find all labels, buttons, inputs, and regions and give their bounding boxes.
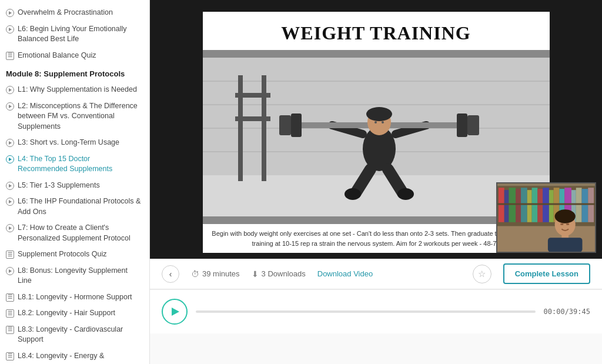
sidebar-item-l6-balance[interactable]: L6: Begin Living Your Emotionally Balanc… <box>0 21 149 48</box>
webcam-image <box>497 182 595 253</box>
play-icon <box>6 155 14 163</box>
svg-rect-20 <box>279 115 291 135</box>
clock-icon: ⏱ <box>191 269 199 279</box>
svg-rect-30 <box>504 190 509 222</box>
video-player[interactable]: WEIGHT TRAINING <box>150 0 602 259</box>
svg-point-25 <box>374 121 377 123</box>
svg-rect-7 <box>238 75 243 181</box>
svg-rect-34 <box>527 190 532 222</box>
sidebar-item-l5-tier[interactable]: L5: Tier 1-3 Supplements <box>0 178 149 194</box>
sidebar-item-l2-misconceptions[interactable]: L2: Misconceptions & The Difference betw… <box>0 98 149 135</box>
progress-bar[interactable] <box>196 310 536 313</box>
svg-rect-32 <box>516 189 521 222</box>
play-icon <box>6 9 14 17</box>
play-icon <box>6 25 14 34</box>
sidebar-item-l8-4[interactable]: ☰ L8.4: Longevity - Energy & <box>0 348 149 365</box>
play-icon <box>6 139 14 147</box>
sidebar: Overwhelm & Procrastination L6: Begin Li… <box>0 0 150 364</box>
svg-rect-50 <box>548 238 583 252</box>
svg-rect-10 <box>235 116 270 121</box>
sidebar-item-label: L5: Tier 1-3 Supplements <box>18 181 100 191</box>
player-bar: 00:00/39:45 <box>150 289 602 333</box>
sidebar-item-label: L6: The IHP Foundational Protocols & Add… <box>18 196 141 217</box>
svg-point-51 <box>555 209 576 223</box>
sidebar-item-label: Overwhelm & Procrastination <box>18 8 113 18</box>
prev-nav-button[interactable]: ‹ <box>162 265 179 283</box>
main-content: WEIGHT TRAINING <box>150 0 602 364</box>
quiz-icon: ☰ <box>6 309 14 318</box>
svg-rect-21 <box>457 113 467 137</box>
svg-rect-22 <box>467 115 479 135</box>
play-icon <box>6 86 14 94</box>
webcam-overlay <box>496 182 596 253</box>
svg-rect-46 <box>497 203 595 205</box>
download-icon: ⬇ <box>252 269 259 279</box>
play-button[interactable] <box>162 299 188 325</box>
svg-rect-38 <box>549 190 554 222</box>
svg-point-24 <box>366 107 392 121</box>
sidebar-item-label: L2: Misconceptions & The Difference betw… <box>18 101 141 132</box>
sidebar-item-label: L8.3: Longevity - Cardiovascular Support <box>18 325 141 345</box>
toolbar: ‹ ⏱ 39 minutes ⬇ 3 Downloads Download Vi… <box>150 259 602 289</box>
sidebar-item-label: L6: Begin Living Your Emotionally Balanc… <box>18 24 141 45</box>
duration-label: 39 minutes <box>202 269 240 278</box>
svg-point-15 <box>397 188 414 200</box>
sidebar-item-label: L8: Bonus: Longevity Supplement Line <box>18 266 141 286</box>
downloads-label: 3 Downloads <box>262 269 306 278</box>
sidebar-item-l3-short[interactable]: L3: Short vs. Long-Term Usage <box>0 135 149 151</box>
module8-heading: Module 8: Supplement Protocols <box>0 64 149 82</box>
sidebar-item-label: L7: How to Create a Client's Personalize… <box>18 223 141 243</box>
svg-rect-19 <box>291 113 302 137</box>
play-icon <box>6 182 14 190</box>
sidebar-item-l1-why[interactable]: L1: Why Supplementation is Needed <box>0 82 149 98</box>
sidebar-item-quiz-supplement[interactable]: ☰ Supplement Protocols Quiz <box>0 246 149 263</box>
quiz-icon: ☰ <box>6 352 14 360</box>
sidebar-item-label: L8.4: Longevity - Energy & <box>18 351 104 362</box>
svg-point-26 <box>382 121 384 123</box>
svg-rect-36 <box>537 189 543 222</box>
video-area: WEIGHT TRAINING <box>150 0 602 259</box>
sidebar-item-l8-1[interactable]: ☰ L8.1: Longevity - Hormone Support <box>0 289 149 306</box>
duration-meta: ⏱ 39 minutes <box>191 269 240 279</box>
quiz-icon: ☰ <box>6 251 14 259</box>
sidebar-item-emotional-quiz[interactable]: ☰ Emotional Balance Quiz <box>0 48 149 64</box>
sidebar-item-label: L1: Why Supplementation is Needed <box>18 85 137 95</box>
time-display: 00:00/39:45 <box>544 308 590 316</box>
sidebar-item-l8-2[interactable]: ☰ L8.2: Longevity - Hair Support <box>0 305 149 322</box>
svg-rect-8 <box>262 75 266 181</box>
sidebar-item-label: Emotional Balance Quiz <box>18 51 96 61</box>
sidebar-item-label: L8.1: Longevity - Hormone Support <box>18 292 132 303</box>
sidebar-item-label: Supplement Protocols Quiz <box>18 249 106 260</box>
star-button[interactable]: ☆ <box>473 265 491 283</box>
sidebar-item-l7-create[interactable]: L7: How to Create a Client's Personalize… <box>0 220 149 246</box>
svg-rect-9 <box>235 93 270 98</box>
play-icon <box>6 102 14 111</box>
sidebar-item-overwhelm[interactable]: Overwhelm & Procrastination <box>0 5 149 21</box>
complete-lesson-button[interactable]: Complete Lesson <box>503 263 590 284</box>
slide-title: WEIGHT TRAINING <box>203 12 550 50</box>
play-icon <box>6 224 14 232</box>
sidebar-item-l8-bonus[interactable]: L8: Bonus: Longevity Supplement Line <box>0 263 149 289</box>
sidebar-item-label: L8.2: Longevity - Hair Support <box>18 308 115 319</box>
sidebar-item-label: L3: Short vs. Long-Term Usage <box>18 138 119 148</box>
sidebar-item-l6-ihp[interactable]: L6: The IHP Foundational Protocols & Add… <box>0 193 149 220</box>
svg-rect-53 <box>566 223 569 225</box>
sidebar-item-l4-top15[interactable]: L4: The Top 15 Doctor Recommended Supple… <box>0 151 149 178</box>
play-icon <box>6 198 14 206</box>
downloads-meta: ⬇ 3 Downloads <box>252 269 306 279</box>
quiz-icon: ☰ <box>6 52 14 60</box>
sidebar-item-l8-3[interactable]: ☰ L8.3: Longevity - Cardiovascular Suppo… <box>0 322 149 348</box>
svg-point-14 <box>345 188 361 200</box>
svg-rect-52 <box>560 223 563 225</box>
download-video-link[interactable]: Download Video <box>317 269 373 278</box>
quiz-icon: ☰ <box>6 293 14 302</box>
play-icon <box>6 267 14 275</box>
svg-rect-44 <box>582 189 588 222</box>
sidebar-item-label: L4: The Top 15 Doctor Recommended Supple… <box>18 154 141 175</box>
quiz-icon: ☰ <box>6 326 14 334</box>
